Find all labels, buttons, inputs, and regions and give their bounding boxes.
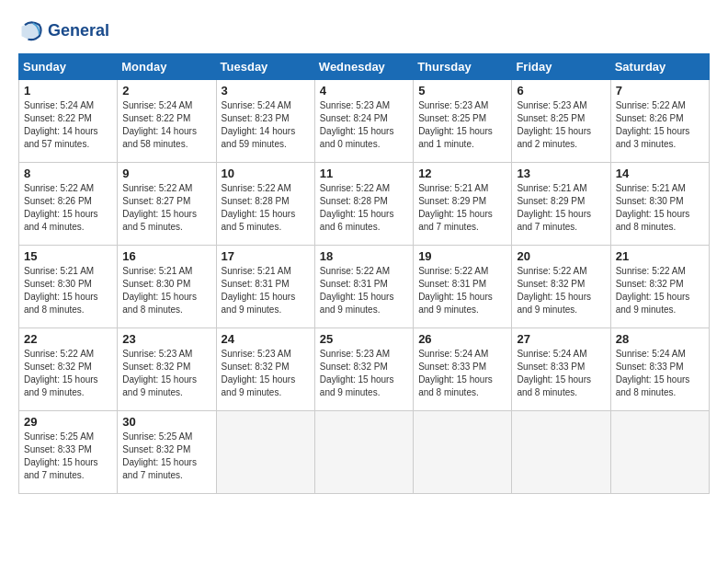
day-number: 17 — [222, 249, 310, 263]
calendar-cell: 18 Sunrise: 5:22 AMSunset: 8:31 PMDaylig… — [314, 246, 413, 328]
calendar-cell: 5 Sunrise: 5:23 AMSunset: 8:25 PMDayligh… — [414, 80, 512, 163]
header-cell-monday: Monday — [118, 54, 216, 80]
day-number: 4 — [320, 84, 408, 98]
calendar-cell: 29 Sunrise: 5:25 AMSunset: 8:33 PMDaylig… — [19, 411, 118, 494]
calendar-table: SundayMondayTuesdayWednesdayThursdayFrid… — [18, 53, 710, 494]
calendar-cell: 27 Sunrise: 5:24 AMSunset: 8:33 PMDaylig… — [512, 328, 610, 411]
header-cell-tuesday: Tuesday — [216, 54, 314, 80]
day-number: 30 — [122, 415, 210, 429]
day-number: 29 — [24, 415, 112, 429]
day-info: Sunrise: 5:21 AMSunset: 8:30 PMDaylight:… — [122, 266, 197, 315]
day-number: 6 — [517, 84, 605, 98]
day-info: Sunrise: 5:24 AMSunset: 8:22 PMDaylight:… — [122, 100, 197, 149]
calendar-cell — [610, 411, 709, 494]
day-number: 23 — [122, 332, 210, 346]
calendar-cell: 1 Sunrise: 5:24 AMSunset: 8:22 PMDayligh… — [19, 80, 118, 163]
day-info: Sunrise: 5:22 AMSunset: 8:28 PMDaylight:… — [320, 183, 394, 232]
week-row-2: 15 Sunrise: 5:21 AMSunset: 8:30 PMDaylig… — [19, 246, 710, 328]
day-number: 20 — [517, 249, 605, 263]
calendar-cell: 7 Sunrise: 5:22 AMSunset: 8:26 PMDayligh… — [610, 80, 709, 163]
calendar-cell: 28 Sunrise: 5:24 AMSunset: 8:33 PMDaylig… — [610, 328, 709, 411]
calendar-header: SundayMondayTuesdayWednesdayThursdayFrid… — [19, 54, 710, 80]
day-number: 26 — [418, 332, 506, 346]
calendar-cell: 21 Sunrise: 5:22 AMSunset: 8:32 PMDaylig… — [610, 246, 709, 328]
day-info: Sunrise: 5:23 AMSunset: 8:24 PMDaylight:… — [320, 100, 394, 149]
calendar-cell: 23 Sunrise: 5:23 AMSunset: 8:32 PMDaylig… — [118, 328, 216, 411]
calendar-cell — [512, 411, 610, 494]
calendar-cell: 10 Sunrise: 5:22 AMSunset: 8:28 PMDaylig… — [216, 163, 314, 246]
day-number: 8 — [24, 167, 112, 180]
day-number: 12 — [418, 167, 506, 180]
day-number: 18 — [320, 249, 408, 263]
day-info: Sunrise: 5:22 AMSunset: 8:26 PMDaylight:… — [24, 183, 98, 232]
logo-text: General — [48, 22, 109, 40]
calendar-cell: 22 Sunrise: 5:22 AMSunset: 8:32 PMDaylig… — [19, 328, 118, 411]
calendar-cell: 19 Sunrise: 5:22 AMSunset: 8:31 PMDaylig… — [414, 246, 512, 328]
calendar-cell: 4 Sunrise: 5:23 AMSunset: 8:24 PMDayligh… — [314, 80, 413, 163]
day-number: 15 — [24, 249, 112, 263]
day-info: Sunrise: 5:23 AMSunset: 8:25 PMDaylight:… — [418, 100, 493, 149]
header-row: SundayMondayTuesdayWednesdayThursdayFrid… — [19, 54, 710, 80]
day-info: Sunrise: 5:22 AMSunset: 8:32 PMDaylight:… — [24, 349, 98, 397]
calendar-cell: 9 Sunrise: 5:22 AMSunset: 8:27 PMDayligh… — [118, 163, 216, 246]
day-info: Sunrise: 5:22 AMSunset: 8:31 PMDaylight:… — [320, 266, 394, 315]
week-row-3: 22 Sunrise: 5:22 AMSunset: 8:32 PMDaylig… — [19, 328, 710, 411]
day-info: Sunrise: 5:21 AMSunset: 8:30 PMDaylight:… — [616, 183, 690, 232]
day-number: 24 — [222, 332, 310, 346]
day-info: Sunrise: 5:24 AMSunset: 8:23 PMDaylight:… — [222, 100, 296, 149]
calendar-cell: 20 Sunrise: 5:22 AMSunset: 8:32 PMDaylig… — [512, 246, 610, 328]
calendar-cell: 6 Sunrise: 5:23 AMSunset: 8:25 PMDayligh… — [512, 80, 610, 163]
day-number: 13 — [517, 167, 605, 180]
header-cell-wednesday: Wednesday — [314, 54, 413, 80]
week-row-0: 1 Sunrise: 5:24 AMSunset: 8:22 PMDayligh… — [19, 80, 710, 163]
day-number: 3 — [222, 84, 310, 98]
header-cell-sunday: Sunday — [19, 54, 118, 80]
day-number: 11 — [320, 167, 408, 180]
calendar-cell: 30 Sunrise: 5:25 AMSunset: 8:32 PMDaylig… — [118, 411, 216, 494]
day-number: 7 — [616, 84, 704, 98]
logo-icon — [18, 18, 44, 44]
calendar-cell: 24 Sunrise: 5:23 AMSunset: 8:32 PMDaylig… — [216, 328, 314, 411]
header: General — [18, 18, 710, 44]
day-info: Sunrise: 5:22 AMSunset: 8:31 PMDaylight:… — [418, 266, 493, 315]
header-cell-thursday: Thursday — [414, 54, 512, 80]
calendar-cell: 2 Sunrise: 5:24 AMSunset: 8:22 PMDayligh… — [118, 80, 216, 163]
day-info: Sunrise: 5:21 AMSunset: 8:29 PMDaylight:… — [418, 183, 493, 232]
day-info: Sunrise: 5:24 AMSunset: 8:33 PMDaylight:… — [616, 349, 690, 397]
calendar-cell: 3 Sunrise: 5:24 AMSunset: 8:23 PMDayligh… — [216, 80, 314, 163]
day-info: Sunrise: 5:22 AMSunset: 8:28 PMDaylight:… — [222, 183, 296, 232]
day-number: 9 — [122, 167, 210, 180]
day-info: Sunrise: 5:21 AMSunset: 8:29 PMDaylight:… — [517, 183, 591, 232]
day-info: Sunrise: 5:22 AMSunset: 8:26 PMDaylight:… — [616, 100, 690, 149]
day-number: 28 — [616, 332, 704, 346]
day-info: Sunrise: 5:23 AMSunset: 8:32 PMDaylight:… — [122, 349, 197, 397]
day-info: Sunrise: 5:22 AMSunset: 8:32 PMDaylight:… — [616, 266, 690, 315]
day-info: Sunrise: 5:24 AMSunset: 8:33 PMDaylight:… — [517, 349, 591, 397]
logo: General — [18, 18, 109, 44]
calendar-cell: 13 Sunrise: 5:21 AMSunset: 8:29 PMDaylig… — [512, 163, 610, 246]
day-info: Sunrise: 5:22 AMSunset: 8:32 PMDaylight:… — [517, 266, 591, 315]
day-number: 22 — [24, 332, 112, 346]
day-number: 19 — [418, 249, 506, 263]
day-number: 10 — [222, 167, 310, 180]
calendar-cell: 17 Sunrise: 5:21 AMSunset: 8:31 PMDaylig… — [216, 246, 314, 328]
day-number: 21 — [616, 249, 704, 263]
day-number: 16 — [122, 249, 210, 263]
day-info: Sunrise: 5:23 AMSunset: 8:32 PMDaylight:… — [320, 349, 394, 397]
day-number: 25 — [320, 332, 408, 346]
calendar-cell: 26 Sunrise: 5:24 AMSunset: 8:33 PMDaylig… — [414, 328, 512, 411]
day-info: Sunrise: 5:24 AMSunset: 8:33 PMDaylight:… — [418, 349, 493, 397]
calendar-cell: 15 Sunrise: 5:21 AMSunset: 8:30 PMDaylig… — [19, 246, 118, 328]
week-row-1: 8 Sunrise: 5:22 AMSunset: 8:26 PMDayligh… — [19, 163, 710, 246]
day-info: Sunrise: 5:22 AMSunset: 8:27 PMDaylight:… — [122, 183, 197, 232]
day-number: 2 — [122, 84, 210, 98]
day-info: Sunrise: 5:23 AMSunset: 8:25 PMDaylight:… — [517, 100, 591, 149]
day-number: 5 — [418, 84, 506, 98]
calendar-cell — [216, 411, 314, 494]
day-info: Sunrise: 5:25 AMSunset: 8:32 PMDaylight:… — [122, 431, 197, 480]
day-info: Sunrise: 5:21 AMSunset: 8:30 PMDaylight:… — [24, 266, 98, 315]
day-number: 14 — [616, 167, 704, 180]
day-info: Sunrise: 5:25 AMSunset: 8:33 PMDaylight:… — [24, 431, 98, 480]
header-cell-saturday: Saturday — [610, 54, 709, 80]
calendar-cell: 14 Sunrise: 5:21 AMSunset: 8:30 PMDaylig… — [610, 163, 709, 246]
